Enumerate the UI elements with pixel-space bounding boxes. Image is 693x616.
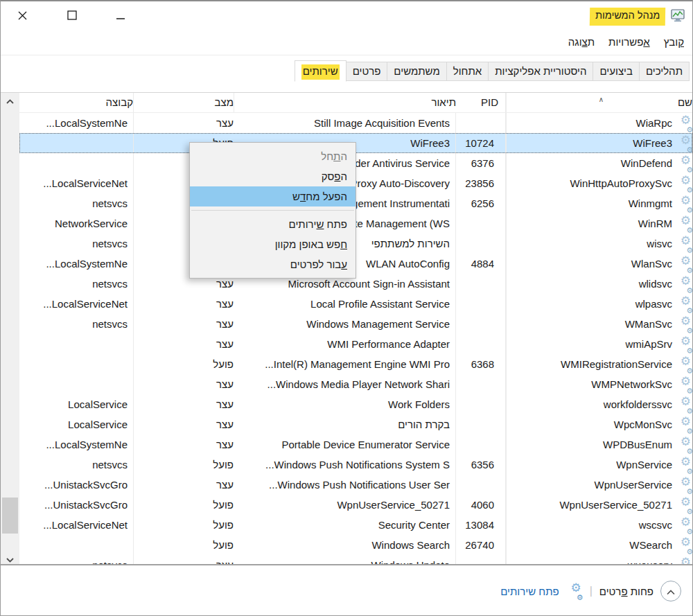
service-row-WPDBusEnum[interactable]: ⚙⚙WPDBusEnumPortable Device Enumerator S… xyxy=(19,434,692,455)
service-status: עצר xyxy=(133,314,234,334)
maximize-button[interactable] xyxy=(63,8,81,25)
service-pid: 6368 xyxy=(456,354,506,374)
tab-processes[interactable]: תהליכים xyxy=(639,62,690,81)
tab-label: שירותים xyxy=(301,64,340,80)
service-group: ...UnistackSvcGro xyxy=(19,495,133,515)
service-group: NetworkService xyxy=(19,213,133,234)
maximize-square-icon xyxy=(67,10,77,23)
service-pid xyxy=(456,234,506,254)
service-pid xyxy=(456,475,506,495)
service-row-wlpasvc[interactable]: ⚙⚙wlpasvcLocal Profile Assistant Service… xyxy=(19,294,692,314)
table-header-row: שם∧PIDתיאורמצבקבוצה xyxy=(19,93,692,113)
service-name-cell: ⚙⚙wisvc xyxy=(506,234,692,254)
service-row-WpnService[interactable]: ⚙⚙WpnService6356...Windows Push Notifica… xyxy=(19,455,692,475)
vertical-scrollbar[interactable] xyxy=(1,93,19,567)
column-header-status[interactable]: מצב xyxy=(133,93,234,112)
menu-item-stop[interactable]: הפסק xyxy=(190,166,356,186)
service-status: עצר xyxy=(133,434,234,455)
service-name-cell: ⚙⚙WpnUserService xyxy=(506,475,692,495)
column-header-name[interactable]: שם∧ xyxy=(506,93,692,112)
service-name: WlanSvc xyxy=(631,254,672,274)
service-name: workfolderssvc xyxy=(604,394,672,414)
service-row-WMPNetworkSvc[interactable]: ⚙⚙WMPNetworkSvc...Windows Media Player N… xyxy=(19,374,692,394)
scrollbar-thumb[interactable] xyxy=(2,498,18,534)
services-gears-icon: ⚙⚙ xyxy=(676,215,692,232)
service-row-WpcMonSvc[interactable]: ⚙⚙WpcMonSvcבקרת הוריםעצרLocalService xyxy=(19,414,692,434)
column-header-desc[interactable]: תיאור xyxy=(234,93,456,112)
service-row-wscsvc[interactable]: ⚙⚙wscsvc13084Security Centerפועל...Local… xyxy=(19,515,692,535)
open-services-link[interactable]: פתח שירותים xyxy=(500,586,559,597)
service-row-workfolderssvc[interactable]: ⚙⚙workfolderssvcWork FoldersעצרLocalServ… xyxy=(19,394,692,414)
service-description: Windows Search xyxy=(234,535,456,555)
menu-item-open-services[interactable]: פתח שירותים xyxy=(190,214,356,234)
service-name-cell: ⚙⚙wscsvc xyxy=(506,515,692,535)
service-pid xyxy=(456,274,506,294)
menubar-item-options[interactable]: אפשרויות xyxy=(608,36,650,48)
menu-item-search-online[interactable]: חפש באופן מקוון xyxy=(190,234,356,254)
service-status: פועל xyxy=(133,354,234,374)
service-name: wisvc xyxy=(647,234,672,254)
service-name-cell: ⚙⚙WiFree3 xyxy=(506,133,692,153)
services-gears-icon: ⚙⚙ xyxy=(676,437,692,453)
service-description: WMI Performance Adapter xyxy=(234,334,456,354)
column-header-pid[interactable]: PID xyxy=(456,93,506,112)
scroll-up-button[interactable] xyxy=(1,94,19,107)
close-x-icon xyxy=(17,10,28,24)
tab-app-history[interactable]: היסטוריית אפליקציות xyxy=(488,62,593,81)
services-gears-icon: ⚙⚙ xyxy=(676,517,692,534)
menubar-divider xyxy=(1,55,692,55)
services-gears-icon: ⚙⚙ xyxy=(676,477,692,493)
tab-services[interactable]: שירותים xyxy=(295,60,346,82)
service-name-cell: ⚙⚙wlidsvc xyxy=(506,274,692,294)
fewer-details-label[interactable]: פחות פרטים xyxy=(599,586,653,597)
service-pid: 6376 xyxy=(456,153,506,173)
service-description: ...Windows Media Player Network Shari xyxy=(234,374,456,394)
menu-item-restart[interactable]: הפעל מחדש xyxy=(190,186,356,206)
fewer-details-button[interactable] xyxy=(660,581,681,601)
service-description: Windows Management Service xyxy=(234,314,456,334)
service-description: WpnUserService_50271 xyxy=(234,495,456,515)
service-pid: 26740 xyxy=(456,535,506,555)
menu-item-start[interactable]: התחל xyxy=(190,146,356,166)
service-row-WMIRegistrationService[interactable]: ⚙⚙WMIRegistrationService6368...Intel(R) … xyxy=(19,354,692,374)
chevron-up-icon xyxy=(6,94,14,107)
service-row-WSearch[interactable]: ⚙⚙WSearch26740Windows Searchפועל xyxy=(19,535,692,555)
services-gears-icon: ⚙⚙ xyxy=(676,175,692,192)
service-status: עצר xyxy=(133,475,234,495)
menubar-item-file[interactable]: קובץ xyxy=(664,36,684,48)
minimize-button[interactable] xyxy=(112,8,130,25)
service-name: WMPNetworkSvc xyxy=(591,374,672,394)
tab-performance[interactable]: ביצועים xyxy=(593,62,639,81)
service-name: WiFree3 xyxy=(633,133,672,153)
service-status: עצר xyxy=(133,374,234,394)
close-button[interactable] xyxy=(13,8,31,25)
service-row-WpnUserService[interactable]: ⚙⚙WpnUserService...Windows Push Notifica… xyxy=(19,475,692,495)
service-group xyxy=(19,354,133,374)
tab-startup[interactable]: אתחול xyxy=(446,62,489,81)
service-name: wlidsvc xyxy=(639,274,672,294)
tab-users[interactable]: משתמשים xyxy=(387,62,446,81)
menu-item-go-to-details[interactable]: עבור לפרטים xyxy=(190,254,356,274)
service-pid xyxy=(456,314,506,334)
service-group: netsvcs xyxy=(19,234,133,254)
column-header-group[interactable]: קבוצה xyxy=(19,93,133,112)
service-description: ...Intel(R) Management Engine WMI Pro xyxy=(234,354,456,374)
service-name-cell: ⚙⚙WPDBusEnum xyxy=(506,434,692,455)
tab-details[interactable]: פרטים xyxy=(346,62,388,81)
service-name: WpcMonSvc xyxy=(614,414,672,434)
service-status: פועל xyxy=(133,455,234,475)
service-group xyxy=(19,153,133,173)
menubar-item-view[interactable]: תצוגה xyxy=(568,36,595,48)
services-gears-icon: ⚙⚙ xyxy=(676,256,692,272)
service-description: Still Image Acquisition Events xyxy=(234,113,456,133)
service-row-wmiApSrv[interactable]: ⚙⚙wmiApSrvWMI Performance Adapterעצר xyxy=(19,334,692,354)
service-row-WManSvc[interactable]: ⚙⚙WManSvcWindows Management Serviceעצרne… xyxy=(19,314,692,334)
service-status: עצר xyxy=(133,394,234,414)
service-status: עצר xyxy=(133,294,234,314)
title-bar: מנהל המשימות xyxy=(1,1,692,34)
service-row-WpnUserService_50271[interactable]: ⚙⚙WpnUserService_502714060WpnUserService… xyxy=(19,495,692,515)
service-name: WinRM xyxy=(638,213,672,234)
window-title: מנהל המשימות xyxy=(595,10,660,21)
service-row-WiaRpc[interactable]: ⚙⚙WiaRpcStill Image Acquisition Eventsעצ… xyxy=(19,113,692,133)
service-name-cell: ⚙⚙WpcMonSvc xyxy=(506,414,692,434)
